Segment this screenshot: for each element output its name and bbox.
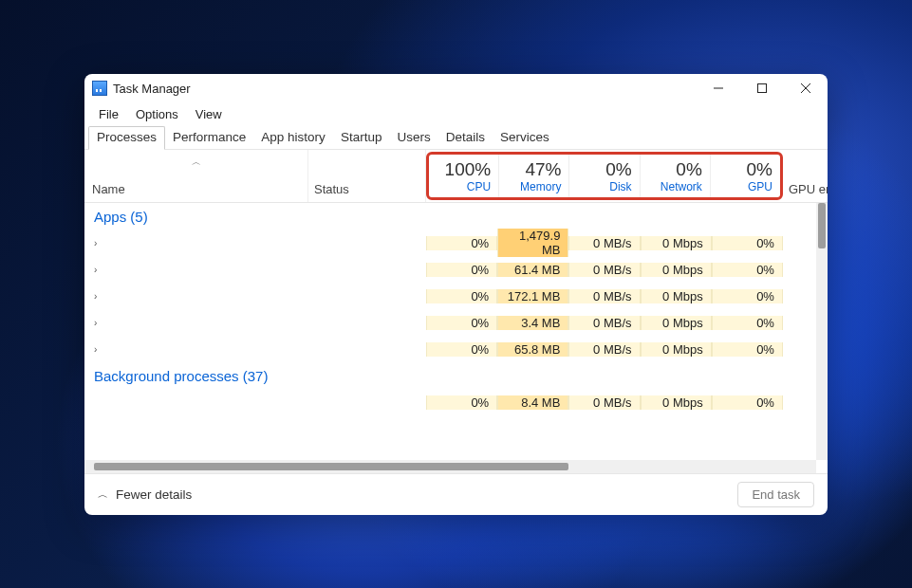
network-usage-pct: 0% [676, 159, 701, 180]
cell-cpu: 0% [426, 263, 497, 277]
cell-cpu: 0% [426, 289, 497, 303]
col-header-cpu[interactable]: 100% CPU [429, 155, 499, 197]
cell-cpu: 0% [426, 236, 497, 250]
tab-users[interactable]: Users [389, 126, 437, 149]
task-manager-window: Task Manager File Options View Processes… [84, 74, 828, 515]
tab-services[interactable]: Services [493, 126, 557, 149]
chevron-right-icon[interactable]: › [94, 318, 103, 328]
cell-gpu: 0% [712, 236, 783, 250]
network-label: Network [661, 180, 702, 193]
cell-network: 0 Mbps [641, 395, 712, 410]
col-header-disk[interactable]: 0% Disk [569, 155, 640, 197]
tab-processes[interactable]: Processes [88, 126, 165, 150]
cell-disk: 0 MB/s [568, 316, 640, 330]
col-header-metrics-highlight: 100% CPU 47% Memory 0% Disk 0% Network 0… [426, 152, 783, 200]
tab-details[interactable]: Details [438, 126, 493, 149]
chevron-right-icon[interactable]: › [94, 291, 103, 302]
cell-gpu: 0% [712, 316, 783, 330]
menu-file[interactable]: File [90, 105, 127, 123]
menu-options[interactable]: Options [127, 105, 187, 123]
minimize-icon [714, 83, 723, 93]
cell-gpu: 0% [712, 263, 783, 277]
process-rows: Apps (5) › 0% 1,479.9 MB 0 MB/s 0 Mbps 0… [84, 203, 828, 460]
group-apps[interactable]: Apps (5) [84, 203, 828, 230]
cell-memory: 1,479.9 MB [497, 229, 568, 257]
cell-cpu: 0% [426, 342, 497, 357]
cell-network: 0 Mbps [641, 342, 712, 357]
col-header-gpu[interactable]: 0% GPU [711, 155, 780, 197]
chevron-right-icon[interactable]: › [94, 344, 103, 355]
cell-gpu: 0% [712, 395, 783, 410]
chevron-up-icon: ︿ [98, 487, 108, 502]
tab-startup[interactable]: Startup [333, 126, 390, 149]
close-icon [801, 83, 810, 93]
process-row[interactable]: › 0% 172.1 MB 0 MB/s 0 Mbps 0% [84, 283, 828, 309]
minimize-button[interactable] [697, 74, 740, 102]
cell-disk: 0 MB/s [568, 236, 640, 250]
cell-disk: 0 MB/s [568, 263, 640, 277]
menubar: File Options View [84, 102, 828, 125]
horizontal-scrollbar-thumb[interactable] [94, 463, 568, 470]
fewer-details-toggle[interactable]: ︿ Fewer details [98, 487, 192, 502]
cell-disk: 0 MB/s [568, 342, 640, 357]
column-header: ︿ Name Status 100% CPU 47% Memory 0% Dis… [84, 150, 828, 203]
cell-cpu: 0% [426, 316, 497, 330]
cell-network: 0 Mbps [641, 236, 712, 250]
process-list-area: Apps (5) › 0% 1,479.9 MB 0 MB/s 0 Mbps 0… [84, 203, 828, 473]
col-header-memory[interactable]: 47% Memory [499, 155, 569, 197]
cell-memory: 8.4 MB [497, 395, 568, 410]
cpu-label: CPU [467, 180, 491, 193]
tab-app-history[interactable]: App history [253, 126, 333, 149]
menu-view[interactable]: View [187, 105, 231, 123]
disk-label: Disk [609, 180, 631, 193]
tabs-row: Processes Performance App history Startu… [84, 125, 828, 150]
gpu-label: GPU [748, 180, 772, 193]
task-manager-icon [92, 81, 107, 96]
cell-disk: 0 MB/s [568, 395, 640, 410]
maximize-button[interactable] [740, 74, 784, 102]
cell-disk: 0 MB/s [568, 289, 640, 303]
process-row[interactable]: › 0% 1,479.9 MB 0 MB/s 0 Mbps 0% [84, 230, 828, 256]
cpu-usage-pct: 100% [445, 159, 492, 180]
cell-cpu: 0% [426, 395, 497, 410]
group-background-processes[interactable]: Background processes (37) [84, 362, 828, 389]
fewer-details-label: Fewer details [116, 487, 192, 502]
vertical-scrollbar[interactable] [816, 203, 828, 460]
vertical-scrollbar-thumb[interactable] [818, 203, 826, 248]
group-bg-label: Background processes (37) [94, 368, 268, 384]
titlebar[interactable]: Task Manager [84, 74, 828, 102]
process-row[interactable]: 0% 8.4 MB 0 MB/s 0 Mbps 0% [84, 389, 828, 415]
col-header-status-label: Status [314, 182, 349, 196]
col-header-network[interactable]: 0% Network [641, 155, 711, 197]
cell-memory: 61.4 MB [497, 263, 568, 277]
process-row[interactable]: › 0% 3.4 MB 0 MB/s 0 Mbps 0% [84, 309, 828, 336]
col-header-status[interactable]: Status [308, 150, 426, 202]
gpu-usage-pct: 0% [747, 159, 772, 180]
cell-network: 0 Mbps [641, 263, 712, 277]
svg-rect-1 [758, 84, 767, 93]
col-header-name-label: Name [92, 182, 307, 196]
cell-memory: 172.1 MB [497, 289, 568, 303]
chevron-right-icon[interactable]: › [94, 238, 103, 248]
cell-memory: 3.4 MB [497, 316, 568, 330]
sort-chevron-up-icon: ︿ [192, 156, 201, 169]
window-controls [697, 74, 828, 102]
process-row[interactable]: › 0% 61.4 MB 0 MB/s 0 Mbps 0% [84, 256, 828, 283]
maximize-icon [757, 83, 767, 93]
col-header-extra-label: GPU en [789, 182, 828, 196]
memory-label: Memory [520, 180, 561, 193]
col-header-gpu-engine[interactable]: GPU en [783, 150, 828, 202]
cell-gpu: 0% [712, 342, 783, 357]
col-header-name[interactable]: ︿ Name [84, 150, 308, 202]
group-apps-label: Apps (5) [94, 209, 148, 225]
close-button[interactable] [784, 74, 828, 102]
cell-memory: 65.8 MB [497, 342, 568, 357]
cell-network: 0 Mbps [641, 316, 712, 330]
horizontal-scrollbar[interactable] [84, 460, 816, 473]
process-row[interactable]: › 0% 65.8 MB 0 MB/s 0 Mbps 0% [84, 336, 828, 362]
end-task-button[interactable]: End task [737, 482, 814, 507]
window-title: Task Manager [113, 82, 191, 96]
tab-performance[interactable]: Performance [165, 126, 253, 149]
chevron-right-icon[interactable]: › [94, 265, 103, 275]
memory-usage-pct: 47% [525, 159, 561, 180]
